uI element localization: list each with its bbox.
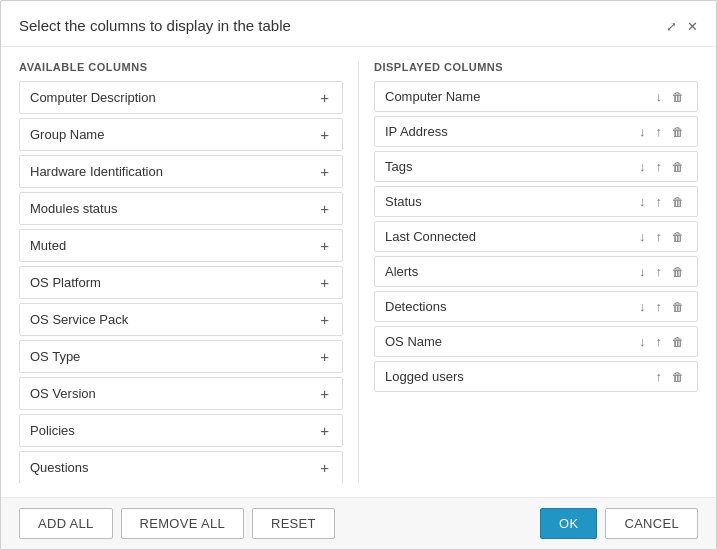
list-item: Policies [19,414,343,447]
list-item: OS Version [19,377,343,410]
add-column-button[interactable] [317,348,332,365]
remove-column-button[interactable] [669,265,687,279]
add-column-button[interactable] [317,237,332,254]
add-column-button[interactable] [317,200,332,217]
move-down-button[interactable] [636,229,649,244]
column-actions [317,459,332,476]
list-item: OS Type [19,340,343,373]
column-actions [653,369,688,384]
remove-column-button[interactable] [669,90,687,104]
add-column-button[interactable] [317,89,332,106]
column-label: Logged users [385,369,653,384]
add-column-button[interactable] [317,385,332,402]
list-item: Hardware Identification [19,155,343,188]
footer-left-actions: ADD ALL REMOVE ALL RESET [19,508,335,539]
list-item: Computer Description [19,81,343,114]
remove-column-button[interactable] [669,300,687,314]
column-actions [636,264,687,279]
list-item: Status [374,186,698,217]
column-actions [317,274,332,291]
add-column-button[interactable] [317,311,332,328]
remove-column-button[interactable] [669,160,687,174]
column-actions [636,299,687,314]
column-label: OS Platform [30,275,317,290]
close-icon[interactable] [687,19,698,33]
move-up-button[interactable] [653,229,666,244]
displayed-columns-section: DISPLAYED COLUMNS Computer Name IP Addre… [374,61,698,483]
column-label: Group Name [30,127,317,142]
column-actions [317,126,332,143]
available-columns-section: AVAILABLE COLUMNS Computer Description G… [19,61,343,483]
column-label: OS Service Pack [30,312,317,327]
column-label: Status [385,194,636,209]
footer-right-actions: OK CANCEL [540,508,698,539]
list-item: Muted [19,229,343,262]
add-all-button[interactable]: ADD ALL [19,508,113,539]
list-item: OS Service Pack [19,303,343,336]
move-up-button[interactable] [653,369,666,384]
column-actions [317,385,332,402]
list-item: Questions [19,451,343,483]
remove-column-button[interactable] [669,230,687,244]
column-actions [317,163,332,180]
cancel-button[interactable]: CANCEL [605,508,698,539]
column-select-dialog: Select the columns to display in the tab… [0,0,717,550]
expand-icon[interactable] [666,19,677,33]
add-column-button[interactable] [317,459,332,476]
dialog-header-icons [666,19,698,33]
columns-divider [358,61,359,483]
column-label: Tags [385,159,636,174]
list-item: Tags [374,151,698,182]
list-item: Logged users [374,361,698,392]
move-up-button[interactable] [653,264,666,279]
move-up-button[interactable] [653,194,666,209]
column-label: OS Name [385,334,636,349]
move-up-button[interactable] [653,159,666,174]
column-actions [653,89,688,104]
column-label: IP Address [385,124,636,139]
move-up-button[interactable] [653,334,666,349]
column-label: Questions [30,460,317,475]
move-down-button[interactable] [636,299,649,314]
move-up-button[interactable] [653,124,666,139]
column-label: OS Type [30,349,317,364]
list-item: Detections [374,291,698,322]
displayed-columns-list[interactable]: Computer Name IP Address Tags Status Las… [374,81,698,483]
remove-column-button[interactable] [669,335,687,349]
move-down-button[interactable] [636,124,649,139]
column-label: Hardware Identification [30,164,317,179]
remove-column-button[interactable] [669,195,687,209]
column-actions [317,311,332,328]
remove-column-button[interactable] [669,125,687,139]
list-item: OS Platform [19,266,343,299]
list-item: Last Connected [374,221,698,252]
add-column-button[interactable] [317,422,332,439]
column-actions [317,200,332,217]
list-item: IP Address [374,116,698,147]
ok-button[interactable]: OK [540,508,597,539]
add-column-button[interactable] [317,126,332,143]
move-up-button[interactable] [653,299,666,314]
displayed-columns-header: DISPLAYED COLUMNS [374,61,698,73]
remove-column-button[interactable] [669,370,687,384]
move-down-button[interactable] [636,159,649,174]
column-label: OS Version [30,386,317,401]
move-down-button[interactable] [636,334,649,349]
column-label: Last Connected [385,229,636,244]
list-item: Modules status [19,192,343,225]
add-column-button[interactable] [317,274,332,291]
column-label: Modules status [30,201,317,216]
move-down-button[interactable] [636,264,649,279]
column-actions [317,348,332,365]
column-label: Detections [385,299,636,314]
add-column-button[interactable] [317,163,332,180]
move-down-button[interactable] [636,194,649,209]
list-item: Computer Name [374,81,698,112]
reset-button[interactable]: RESET [252,508,335,539]
move-down-button[interactable] [653,89,666,104]
available-columns-list[interactable]: Computer Description Group Name Hardware… [19,81,343,483]
column-actions [317,237,332,254]
remove-all-button[interactable]: REMOVE ALL [121,508,244,539]
list-item: Group Name [19,118,343,151]
dialog-header: Select the columns to display in the tab… [1,1,716,47]
